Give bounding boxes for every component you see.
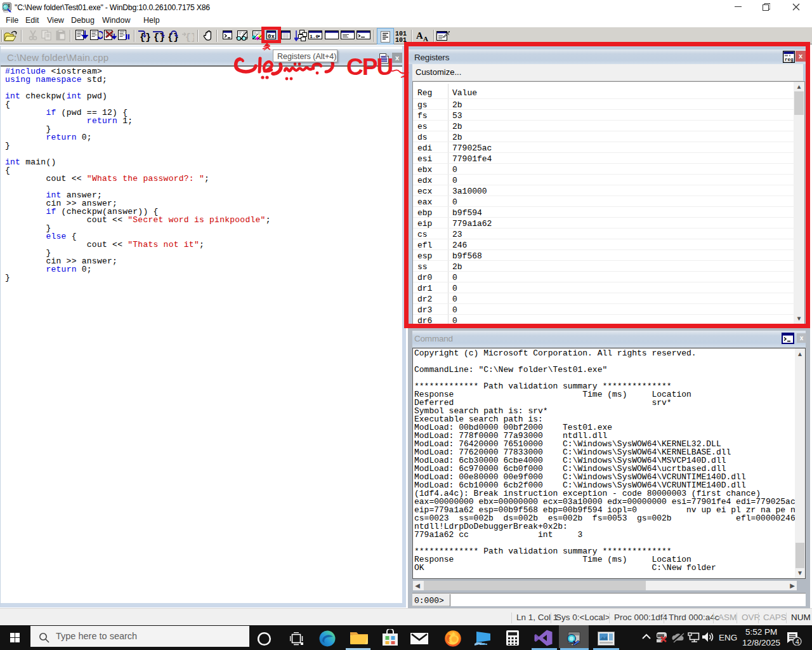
svg-text:A: A	[416, 30, 423, 41]
svg-text:4: 4	[796, 638, 799, 646]
svg-text:{}: {}	[185, 32, 194, 43]
svg-text:{}: {}	[140, 32, 151, 43]
svg-text:1.0: 1.0	[310, 34, 319, 39]
svg-text:{}: {}	[167, 32, 179, 43]
